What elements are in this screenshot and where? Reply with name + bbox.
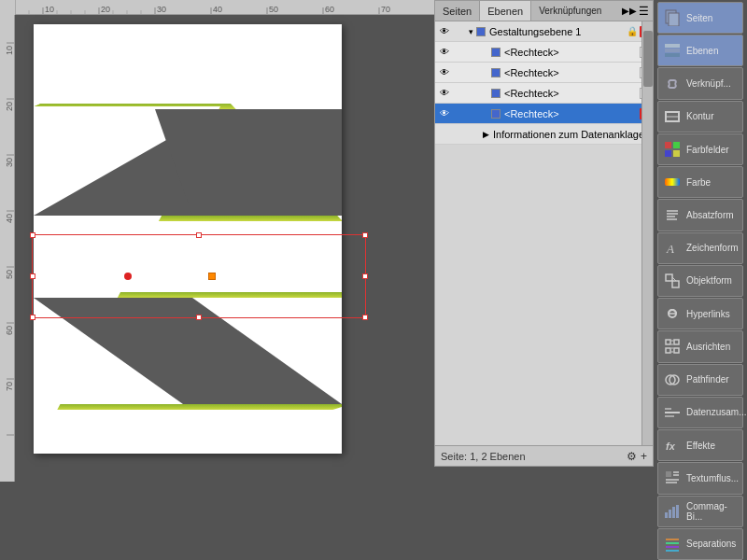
svg-text:70: 70 (381, 5, 390, 14)
svg-text:40: 40 (213, 5, 222, 14)
tab-verknuepfungen[interactable]: Verknüpfungen (531, 1, 609, 21)
layer-lock[interactable] (452, 66, 465, 79)
layer-name: Informationen zum Datenanklage (491, 129, 651, 140)
layer-lock[interactable] (452, 46, 465, 59)
toolbar-label-absatz: Absatzform (686, 210, 734, 220)
status-icon-1[interactable]: ⚙ (627, 450, 637, 463)
toolbar-btn-datenzus[interactable]: Datenzusam... (657, 397, 743, 428)
layer-color (491, 89, 500, 98)
panel-tab-icons: ▶▶ ☰ (622, 5, 653, 18)
layer-info[interactable]: ▶ Informationen zum Datenanklage (435, 124, 653, 145)
toolbar-label-farbfelder: Farbfelder (686, 145, 729, 155)
toolbar-btn-ausrichten[interactable]: Ausrichten (657, 330, 743, 362)
toolbar-label-farbe: Farbe (686, 177, 711, 188)
toolbar-label-pathfinder: Pathfinder (686, 374, 729, 385)
layer-name: <Rechteck> (502, 88, 640, 99)
right-toolbar: Seiten Ebenen Verknüpf... Kontur (654, 0, 747, 560)
toolbar-btn-absatz[interactable]: Absatzform (657, 199, 743, 231)
layer-rect-3[interactable]: 👁 <Rechteck> (435, 83, 653, 104)
layers-list: 👁 ▾ Gestaltungsebene 1 🔒 👁 <Rechteck> 👁 (435, 21, 653, 145)
paragraph-icon (662, 205, 683, 226)
data-merge-icon (662, 402, 683, 423)
toolbar-btn-commag[interactable]: Commag-Bi... (657, 496, 743, 527)
layer-gestaltungsebene[interactable]: 👁 ▾ Gestaltungsebene 1 🔒 (435, 21, 653, 42)
svg-rect-76 (674, 348, 679, 353)
svg-text:70: 70 (5, 382, 14, 391)
visibility-eye[interactable]: 👁 (437, 24, 452, 39)
layer-expand[interactable]: ▶ (480, 130, 491, 139)
align-icon (662, 336, 683, 357)
layer-color (491, 68, 500, 77)
layer-name: Gestaltungsebene 1 (487, 26, 627, 37)
toolbar-btn-farbe[interactable]: Farbe (657, 166, 743, 198)
layer-name-selected: <Rechteck> (502, 108, 640, 119)
menu-icon[interactable]: ☰ (639, 5, 649, 18)
handle-top-right (362, 232, 368, 238)
layer-expand[interactable]: ▾ (465, 27, 476, 36)
layer-lock[interactable] (452, 107, 465, 120)
toolbar-btn-textumflus[interactable]: Textumflus... (657, 462, 743, 494)
status-icon-2[interactable]: + (641, 450, 647, 463)
layer-lock[interactable] (452, 87, 465, 100)
visibility-eye[interactable]: 👁 (437, 65, 452, 80)
toolbar-btn-seiten[interactable]: Seiten (657, 2, 743, 34)
status-text: Seite: 1, 2 Ebenen (441, 451, 526, 462)
design-svg (34, 24, 342, 454)
toolbar-btn-objektform[interactable]: Objektform (657, 265, 743, 297)
character-icon: A (662, 238, 683, 259)
toolbar-label-zeichenform: Zeichenform (686, 243, 739, 253)
svg-text:20: 20 (101, 5, 110, 14)
object-icon (662, 271, 683, 291)
svg-text:60: 60 (5, 326, 14, 335)
layer-rect-4[interactable]: 👁 <Rechteck> (435, 104, 653, 124)
toolbar-btn-separations[interactable]: Separations (657, 528, 743, 560)
toolbar-label-textumflus: Textumflus... (686, 473, 739, 483)
svg-rect-89 (665, 512, 668, 518)
toolbar-label-verknuepfungen: Verknüpf... (686, 78, 731, 89)
toolbar-btn-effekte[interactable]: fx Effekte (657, 429, 743, 461)
layers-panel: Seiten Ebenen Verknüpfungen ▶▶ ☰ 👁 ▾ Ges… (434, 0, 654, 467)
layer-color (476, 27, 486, 36)
panel-scrollbar[interactable] (641, 21, 653, 453)
tab-seiten[interactable]: Seiten (435, 1, 479, 21)
tab-ebenen[interactable]: Ebenen (479, 1, 531, 21)
layer-name: <Rechteck> (502, 67, 640, 78)
visibility-eye[interactable]: 👁 (437, 45, 452, 60)
toolbar-btn-kontur[interactable]: Kontur (657, 101, 743, 133)
scrollbar-thumb[interactable] (643, 31, 653, 87)
toolbar-btn-verknuepfungen[interactable]: Verknüpf... (657, 67, 743, 99)
expand-icon[interactable]: ▶▶ (622, 6, 637, 16)
svg-text:10: 10 (5, 46, 14, 55)
ruler-top: 10 20 30 40 50 60 70 (0, 0, 434, 15)
svg-rect-74 (674, 340, 679, 344)
toolbar-btn-ebenen[interactable]: Ebenen (657, 35, 743, 66)
toolbar-btn-farbfelder[interactable]: Farbfelder (657, 133, 743, 165)
svg-rect-56 (665, 44, 680, 48)
panel-status: Seite: 1, 2 Ebenen ⚙ + (435, 445, 653, 466)
toolbar-btn-pathfinder[interactable]: Pathfinder (657, 364, 743, 396)
toolbar-btn-zeichenform[interactable]: A Zeichenform (657, 232, 743, 264)
layer-lock[interactable] (452, 25, 465, 38)
svg-text:fx: fx (666, 441, 676, 452)
svg-rect-70 (672, 281, 679, 287)
toolbar-label-ausrichten: Ausrichten (686, 342, 730, 352)
svg-rect-62 (673, 150, 680, 157)
ruler-left: 10 20 30 40 50 60 70 (0, 15, 15, 482)
visibility-eye[interactable]: 👁 (437, 86, 452, 101)
svg-rect-54 (665, 53, 680, 57)
links-icon (662, 74, 683, 94)
layer-rect-2[interactable]: 👁 <Rechteck> (435, 63, 653, 83)
svg-rect-55 (665, 49, 680, 52)
toolbar-btn-hyperlinks[interactable]: Hyperlinks (657, 298, 743, 329)
layer-color (491, 48, 500, 57)
layers-icon (662, 40, 683, 61)
toolbar-label-ebenen: Ebenen (686, 46, 718, 56)
layer-rect-1[interactable]: 👁 <Rechteck> (435, 42, 653, 63)
handle-mid-right (362, 273, 368, 279)
visibility-eye[interactable]: 👁 (437, 106, 452, 121)
visibility-eye[interactable] (437, 127, 452, 142)
layer-lock[interactable] (452, 128, 465, 141)
layer-lock-icon: 🔒 (627, 26, 638, 36)
toolbar-label-hyperlinks: Hyperlinks (686, 309, 730, 319)
svg-rect-82 (665, 415, 674, 417)
